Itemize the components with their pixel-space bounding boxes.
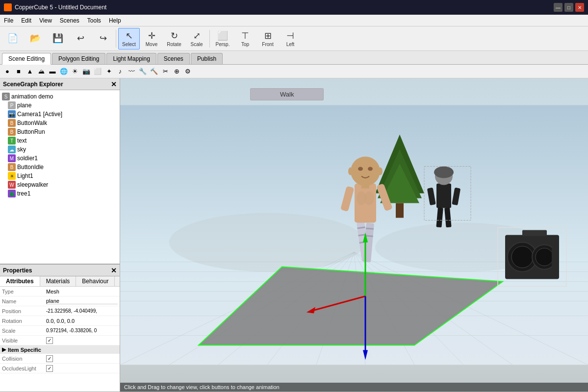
sky-icon: ☁ bbox=[8, 146, 16, 153]
add-pyramid-btn[interactable]: ▲ bbox=[25, 66, 35, 77]
svg-line-16 bbox=[354, 252, 414, 365]
tab-scene-editing[interactable]: Scene Editing bbox=[2, 53, 51, 65]
mesh-icon: M bbox=[8, 154, 16, 162]
tree-item-soldier1[interactable]: M soldier1 bbox=[0, 154, 120, 163]
tree-item-sky[interactable]: ☁ sky bbox=[0, 145, 120, 154]
tool4-btn[interactable]: ⊕ bbox=[171, 66, 182, 77]
viewport[interactable]: Walk Run Idle bbox=[120, 78, 588, 392]
tab-polygon-editing[interactable]: Polygon Editing bbox=[52, 53, 105, 64]
prop-row-type: Type Mesh bbox=[0, 287, 120, 296]
close-button[interactable]: ✕ bbox=[575, 3, 584, 12]
tree-item-buttonrun[interactable]: B ButtonRun bbox=[0, 127, 120, 136]
button-icon: B bbox=[8, 119, 16, 127]
top-view[interactable]: ⊤ Top bbox=[234, 28, 256, 49]
tree-item-buttonidle[interactable]: B ButtonIdle bbox=[0, 163, 120, 172]
properties-title: Properties bbox=[3, 267, 32, 274]
menu-view[interactable]: View bbox=[35, 15, 56, 26]
svg-line-11 bbox=[169, 252, 354, 365]
tree-item-camera1[interactable]: 📷 Camera1 [Active] bbox=[0, 110, 120, 119]
svg-line-17 bbox=[354, 252, 463, 365]
viewport-status: Click and Drag to change view, click but… bbox=[120, 383, 588, 392]
new-button[interactable]: 📄 bbox=[2, 28, 24, 49]
walk-button[interactable]: Walk bbox=[250, 88, 324, 100]
properties-close[interactable]: ✕ bbox=[111, 267, 117, 274]
maximize-button[interactable]: □ bbox=[564, 3, 573, 12]
menu-file[interactable]: File bbox=[0, 15, 17, 26]
prop-tab-materials[interactable]: Materials bbox=[40, 276, 77, 286]
add-skybox-btn[interactable]: 🌐 bbox=[58, 66, 69, 77]
left-view[interactable]: ⊣ Left bbox=[280, 28, 301, 49]
menu-edit[interactable]: Edit bbox=[17, 15, 35, 26]
add-water-btn[interactable]: 〰 bbox=[126, 66, 137, 77]
svg-rect-39 bbox=[365, 235, 373, 237]
tree-item-tree1[interactable]: 🌲 tree1 bbox=[0, 189, 120, 198]
name-value[interactable]: plane bbox=[46, 298, 118, 304]
tree-item-text[interactable]: T text bbox=[0, 136, 120, 145]
add-light-btn[interactable]: ☀ bbox=[70, 66, 80, 77]
add-terrain-btn[interactable]: ⛰ bbox=[36, 66, 47, 77]
svg-line-15 bbox=[354, 252, 365, 365]
add-particle-btn[interactable]: ✦ bbox=[103, 66, 114, 77]
tree-item-buttonwalk[interactable]: B ButtonWalk bbox=[0, 119, 120, 127]
add-sphere-btn[interactable]: ● bbox=[2, 66, 13, 77]
position-value[interactable]: -21.322958, -4.040499, bbox=[46, 308, 118, 314]
svg-point-62 bbox=[536, 248, 553, 266]
properties-panel: Properties ✕ Attributes Materials Behavi… bbox=[0, 264, 120, 392]
select-label: Select bbox=[122, 42, 136, 47]
visible-checkbox[interactable]: ✓ bbox=[46, 337, 53, 344]
collision-checkbox[interactable]: ✓ bbox=[46, 355, 53, 362]
prop-row-collision: Collision ✓ bbox=[0, 354, 120, 364]
scenegraph-close[interactable]: ✕ bbox=[111, 80, 117, 88]
undo-button[interactable]: ↩ bbox=[70, 28, 91, 49]
tool2-btn[interactable]: 🔨 bbox=[149, 66, 159, 77]
add-cube-btn[interactable]: ■ bbox=[13, 66, 24, 77]
scale-label: Scale bbox=[2, 328, 46, 334]
occludeslight-checkbox[interactable]: ✓ bbox=[46, 365, 53, 372]
menu-help[interactable]: Help bbox=[105, 15, 125, 26]
persp-view[interactable]: ⬜ Persp. bbox=[212, 28, 233, 49]
open-button[interactable]: 📂 bbox=[25, 28, 46, 49]
tab-scenes[interactable]: Scenes bbox=[157, 53, 190, 64]
tree-label: plane bbox=[17, 102, 31, 109]
status-text: Click and Drag to change view, click but… bbox=[124, 384, 280, 390]
menu-scenes[interactable]: Scenes bbox=[56, 15, 83, 26]
tree-label: ButtonWalk bbox=[17, 120, 47, 126]
expand-icon: ▶ bbox=[2, 346, 6, 353]
add-camera-btn[interactable]: 📷 bbox=[81, 66, 92, 77]
text-icon: T bbox=[8, 137, 16, 145]
redo-button[interactable]: ↪ bbox=[92, 28, 114, 49]
minimize-button[interactable]: — bbox=[554, 3, 562, 12]
tool5-btn[interactable]: ⚙ bbox=[182, 66, 193, 77]
menu-tools[interactable]: Tools bbox=[83, 15, 105, 26]
tree-item-light1[interactable]: ☀ Light1 bbox=[0, 172, 120, 180]
scale-value[interactable]: 0.972194, -0.338206, 0 bbox=[46, 328, 118, 333]
tool1-btn[interactable]: 🔧 bbox=[137, 66, 148, 77]
tree-label: Light1 bbox=[17, 172, 33, 179]
prop-tab-behaviour[interactable]: Behaviour bbox=[76, 276, 115, 286]
idle-button[interactable]: Idle bbox=[250, 132, 320, 145]
tree-item-animation-demo[interactable]: S animation demo bbox=[0, 92, 120, 101]
front-view[interactable]: ⊞ Front bbox=[257, 28, 279, 49]
svg-rect-38 bbox=[366, 227, 374, 229]
move-tool[interactable]: ✛ Move bbox=[141, 28, 162, 49]
svg-point-45 bbox=[351, 157, 380, 186]
add-sound-btn[interactable]: ♪ bbox=[115, 66, 126, 77]
tab-light-mapping[interactable]: Light Mapping bbox=[106, 53, 156, 64]
tab-publish[interactable]: Publish bbox=[191, 53, 223, 64]
rotate-tool[interactable]: ↻ Rotate bbox=[163, 28, 185, 49]
run-button[interactable]: Run bbox=[250, 110, 322, 122]
collision-label: Collision bbox=[2, 356, 46, 362]
add-plane-btn[interactable]: ▬ bbox=[47, 66, 58, 77]
rotation-value[interactable]: 0.0, 0.0, 0.0 bbox=[46, 318, 118, 324]
tool3-btn[interactable]: ✂ bbox=[160, 66, 171, 77]
save-button[interactable]: 💾 bbox=[47, 28, 69, 49]
prop-tab-attributes[interactable]: Attributes bbox=[0, 276, 40, 286]
scale-tool[interactable]: ⤢ Scale bbox=[186, 28, 207, 49]
tree-item-sleepwalker[interactable]: W sleepwalker bbox=[0, 180, 120, 189]
top-label: Top bbox=[241, 42, 249, 47]
select-tool[interactable]: ↖ Select bbox=[118, 28, 140, 49]
svg-marker-56 bbox=[363, 350, 368, 360]
app-logo bbox=[4, 3, 12, 11]
tree-item-plane[interactable]: P plane bbox=[0, 101, 120, 110]
add-billboard-btn[interactable]: ⬜ bbox=[92, 66, 103, 77]
